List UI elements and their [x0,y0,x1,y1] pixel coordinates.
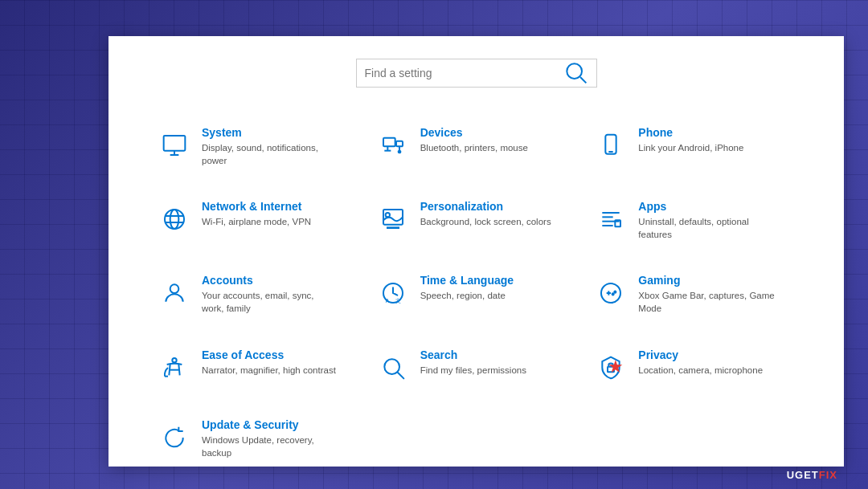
search-text: Search Find my files, permissions [420,348,526,377]
ease-icon [157,350,192,385]
gaming-desc: Xbox Game Bar, captures, Game Mode [638,289,775,315]
privacy-icon [593,350,628,385]
time-desc: Speech, region, date [420,289,514,302]
gaming-title: Gaming [638,274,775,287]
search-desc: Find my files, permissions [420,364,526,377]
time-icon: A 文 [375,275,411,311]
search-settings-icon [375,350,411,385]
accounts-desc: Your accounts, email, sync, work, family [202,289,338,315]
watermark: UGETFIX [787,469,837,481]
accounts-title: Accounts [202,274,338,287]
svg-point-14 [170,210,179,229]
gaming-text: Gaming Xbox Game Bar, captures, Game Mod… [638,274,775,315]
svg-rect-5 [383,138,395,147]
apps-title: Apps [638,200,775,213]
setting-item-devices[interactable]: Devices Bluetooth, printers, mouse [367,112,586,181]
network-text: Network & Internet Wi-Fi, airplane mode,… [202,200,311,228]
setting-item-phone[interactable]: Phone Link your Android, iPhone [585,112,804,181]
phone-icon [593,128,628,163]
phone-text: Phone Link your Android, iPhone [638,126,743,154]
svg-point-13 [165,210,184,229]
ease-text: Ease of Access Narrator, magnifier, high… [202,348,336,377]
setting-item-personalization[interactable]: Personalization Background, lock screen,… [367,185,586,255]
setting-item-system[interactable]: System Display, sound, notifications, po… [149,112,367,181]
watermark-fix: FIX [819,469,837,481]
system-title: System [202,126,338,139]
svg-rect-6 [396,141,403,147]
svg-point-36 [384,359,399,374]
setting-item-ease[interactable]: Ease of Access Narrator, magnifier, high… [149,334,367,400]
svg-point-33 [612,294,614,295]
svg-point-10 [398,151,400,153]
svg-line-37 [398,373,403,378]
devices-desc: Bluetooth, printers, mouse [420,141,528,154]
svg-point-25 [170,285,179,294]
network-icon [157,202,192,237]
setting-item-update[interactable]: Update & Security Windows Update, recove… [149,404,367,474]
privacy-title: Privacy [638,348,763,361]
setting-item-time[interactable]: A 文 Time & Language Speech, region, date [367,259,586,329]
svg-text:文: 文 [395,298,400,304]
svg-rect-38 [608,366,614,372]
devices-text: Devices Bluetooth, printers, mouse [420,126,528,154]
update-icon [157,420,192,455]
ease-desc: Narrator, magnifier, high contrast [202,364,336,377]
privacy-text: Privacy Location, camera, microphone [638,348,763,377]
svg-point-18 [385,213,389,217]
time-title: Time & Language [420,274,514,287]
devices-icon [375,128,411,163]
time-text: Time & Language Speech, region, date [420,274,514,302]
network-desc: Wi-Fi, airplane mode, VPN [202,215,311,228]
monitor-icon [157,128,192,163]
search-input[interactable] [365,67,563,79]
update-desc: Windows Update, recovery, backup [202,434,338,459]
system-text: System Display, sound, notifications, po… [202,126,338,167]
apps-icon [593,202,628,237]
update-text: Update & Security Windows Update, recove… [202,418,338,459]
svg-rect-2 [164,136,186,151]
personalization-text: Personalization Background, lock screen,… [420,200,551,228]
svg-point-32 [615,291,616,293]
svg-point-34 [172,358,176,362]
search-title: Search [420,348,526,361]
apps-desc: Uninstall, defaults, optional features [638,215,775,241]
devices-title: Devices [420,126,528,139]
setting-item-apps[interactable]: Apps Uninstall, defaults, optional featu… [585,185,804,255]
svg-line-1 [580,77,586,83]
settings-panel: System Display, sound, notifications, po… [108,36,844,467]
setting-item-privacy[interactable]: ★ Privacy Location, camera, microphone [585,334,804,400]
setting-item-accounts[interactable]: Accounts Your accounts, email, sync, wor… [149,259,367,329]
update-title: Update & Security [202,418,338,431]
phone-title: Phone [638,126,743,139]
gaming-icon [593,275,628,311]
svg-point-0 [567,63,582,79]
system-desc: Display, sound, notifications, power [202,141,338,167]
search-box[interactable] [356,59,597,88]
setting-item-network[interactable]: Network & Internet Wi-Fi, airplane mode,… [149,185,367,255]
accounts-text: Accounts Your accounts, email, sync, wor… [202,274,338,315]
personalization-desc: Background, lock screen, colors [420,215,551,228]
svg-text:A: A [385,298,389,304]
settings-grid: System Display, sound, notifications, po… [108,104,844,482]
search-icon [563,59,588,88]
personalization-title: Personalization [420,200,551,213]
network-title: Network & Internet [202,200,311,213]
watermark-get: GET [795,469,819,481]
search-container [108,36,844,104]
apps-text: Apps Uninstall, defaults, optional featu… [638,200,775,241]
privacy-desc: Location, camera, microphone [638,364,763,377]
phone-desc: Link your Android, iPhone [638,141,743,154]
personalization-icon [375,202,411,237]
ease-title: Ease of Access [202,348,336,361]
setting-item-gaming[interactable]: Gaming Xbox Game Bar, captures, Game Mod… [585,259,804,329]
watermark-u: U [787,469,795,481]
setting-item-search[interactable]: Search Find my files, permissions [367,334,586,400]
accounts-icon [157,275,192,311]
